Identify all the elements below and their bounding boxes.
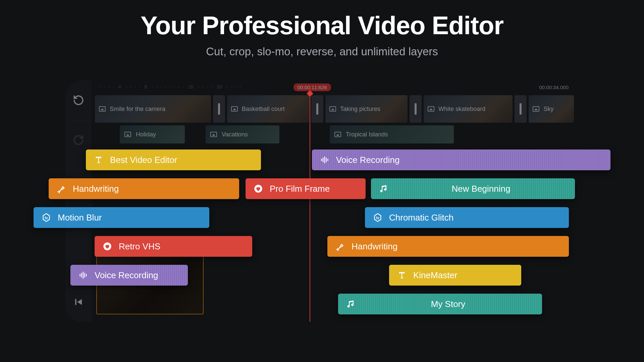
layer-music[interactable]: New Beginning [371,178,575,199]
hero-subtitle: Cut, crop, slo-mo, reverse, and unlimite… [0,45,644,58]
layer-label: Chromatic Glitch [389,213,453,223]
overlay-label: Holiday [136,131,156,138]
svg-text:fx: fx [45,216,48,220]
waveform-icon [78,270,88,280]
svg-rect-2 [324,157,325,164]
layer-audio[interactable]: Voice Recording [70,265,188,286]
layer-effect[interactable]: fx Motion Blur [34,207,209,228]
overlay-clip[interactable]: Holiday [120,125,185,143]
layer-audio[interactable]: Voice Recording [312,149,610,170]
layer-label: KineMaster [413,270,458,281]
clip-label: Sky [543,106,553,113]
layer-label: Voice Recording [95,270,158,281]
ruler-mark: 16 [188,84,194,89]
layer-label: Best Video Editor [110,155,177,165]
overlay-clip[interactable]: Tropical Islands [330,125,454,143]
layer-label: Pro Film Frame [270,184,330,194]
layer-handwriting[interactable]: Handwriting [327,236,569,257]
ruler-mark: 8 [145,84,147,89]
fx-icon: fx [42,213,51,222]
overlay-label: Tropical Islands [346,131,388,138]
image-icon [533,106,539,112]
music-icon [346,299,356,309]
svg-rect-14 [85,273,85,278]
media-clip[interactable]: Basketball court [227,95,309,123]
timeline-ruler[interactable]: 4 8 16 20 [92,80,579,93]
media-clip[interactable]: Smile for the camera [95,95,211,123]
ruler-mark: 4 [118,84,121,89]
clip-label: Basketball court [242,106,285,113]
pen-icon [335,242,345,251]
transition-handle[interactable] [515,95,527,123]
pen-icon [57,184,66,193]
music-icon [379,184,388,193]
clip-label: White skateboard [438,106,485,113]
transition-handle[interactable] [410,95,422,123]
image-icon [329,106,336,112]
playhead-timestamp: 00:00:11:626 [293,83,331,91]
waveform-icon [320,155,329,165]
svg-text:fx: fx [376,216,379,220]
layer-label: Motion Blur [58,213,102,223]
image-icon [428,106,434,112]
layer-text[interactable]: KineMaster [389,265,521,286]
total-duration: 00:00:34.000 [539,84,569,90]
svg-rect-12 [81,273,82,278]
svg-rect-13 [83,272,84,279]
clip-label: Taking pictures [340,106,380,113]
layer-label: Handwriting [73,184,119,194]
fx-icon: fx [373,213,382,222]
playhead[interactable] [310,93,310,322]
media-track[interactable]: Smile for the camera Basketball court Ta… [95,95,574,123]
transition-handle[interactable] [311,95,323,123]
media-clip[interactable]: White skateboard [424,95,513,123]
image-icon [334,132,341,137]
overlay-clip[interactable]: Vacations [206,125,279,143]
image-icon [210,132,217,137]
layer-label: My Story [362,299,534,309]
layer-effect[interactable]: fx Chromatic Glitch [365,207,569,228]
hero-title: Your Professional Video Editor [0,0,644,40]
jump-to-start-button[interactable] [65,282,92,322]
layer-sticker[interactable]: Retro VHS [95,236,252,257]
layer-label: Handwriting [352,241,397,252]
overlay-track[interactable]: Holiday Vacations Tropical Islands [95,125,574,143]
layer-handwriting[interactable]: Handwriting [49,178,239,199]
svg-rect-4 [327,159,328,161]
layer-music[interactable]: My Story [338,294,542,314]
undo-button[interactable] [65,80,92,120]
layer-text[interactable]: Best Video Editor [86,149,261,170]
ruler-mark: 20 [217,84,222,89]
layer-sticker[interactable]: Pro Film Frame [246,178,366,199]
heart-icon [254,184,263,193]
svg-rect-15 [86,274,87,277]
layer-label: New Beginning [395,184,567,194]
layer-label: Retro VHS [119,241,160,252]
image-icon [231,106,238,112]
svg-rect-0 [321,159,322,161]
layer-label: Voice Recording [336,155,399,165]
svg-rect-3 [326,158,327,162]
svg-rect-1 [323,158,323,162]
side-toolbar [65,80,92,322]
overlay-label: Vacations [222,131,248,138]
clip-label: Smile for the camera [110,106,165,113]
device-frame: 4 8 16 20 00:00:11:626 00:00:34.000 Smil… [65,80,579,322]
text-icon [397,270,407,280]
image-icon [99,106,106,112]
media-clip[interactable]: Sky [529,95,574,123]
svg-rect-11 [80,274,80,277]
image-icon [124,132,131,137]
media-clip[interactable]: Taking pictures [325,95,408,123]
heart-icon [103,242,112,251]
text-icon [94,155,103,165]
transition-handle[interactable] [213,95,225,123]
